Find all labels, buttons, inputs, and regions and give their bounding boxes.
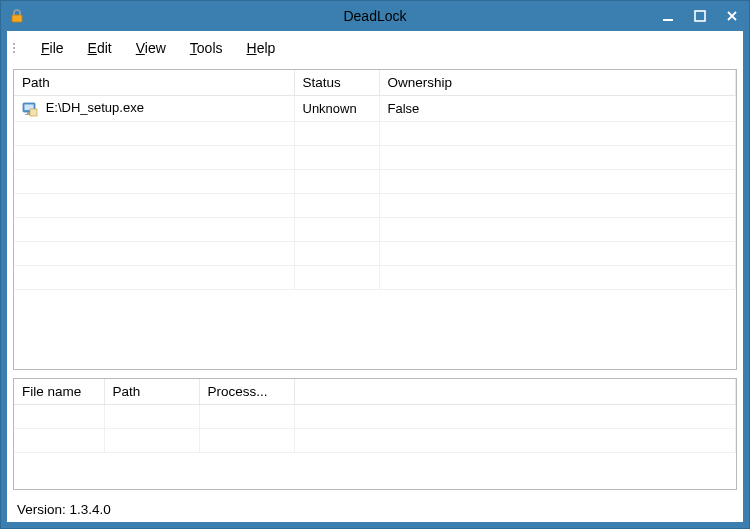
cell-status: Unknown bbox=[294, 96, 379, 122]
menu-file[interactable]: File bbox=[29, 34, 76, 62]
col-spare[interactable] bbox=[294, 379, 736, 405]
menu-view[interactable]: View bbox=[124, 34, 178, 62]
menubar[interactable]: File Edit View Tools Help bbox=[7, 31, 743, 65]
svg-rect-0 bbox=[12, 15, 22, 22]
toolbar-grip-icon bbox=[13, 38, 23, 58]
app-lock-icon bbox=[9, 8, 25, 24]
table-row[interactable]: . bbox=[14, 405, 736, 429]
titlebar[interactable]: DeadLock bbox=[1, 1, 749, 31]
table-row[interactable]: . bbox=[14, 429, 736, 453]
content-area: Path Status Ownership bbox=[7, 65, 743, 496]
app-window: DeadLock File Edit View Tools Help bbox=[0, 0, 750, 529]
col-process[interactable]: Process... bbox=[199, 379, 294, 405]
svg-rect-2 bbox=[695, 11, 705, 21]
processes-grid[interactable]: File name Path Process... . . bbox=[13, 378, 737, 490]
table-row[interactable]: . bbox=[14, 145, 736, 169]
col-path[interactable]: Path bbox=[14, 70, 294, 96]
col-path2[interactable]: Path bbox=[104, 379, 199, 405]
table-row[interactable]: . bbox=[14, 217, 736, 241]
window-title: DeadLock bbox=[1, 8, 749, 24]
processes-grid-header[interactable]: File name Path Process... bbox=[14, 379, 736, 405]
client-area: File Edit View Tools Help Path Status Ow… bbox=[7, 31, 743, 522]
table-row[interactable]: . bbox=[14, 265, 736, 289]
col-ownership[interactable]: Ownership bbox=[379, 70, 736, 96]
table-row[interactable]: E:\DH_setup.exe Unknown False bbox=[14, 96, 736, 122]
table-row[interactable]: . bbox=[14, 169, 736, 193]
table-row[interactable]: . bbox=[14, 121, 736, 145]
installer-icon bbox=[22, 101, 38, 117]
cell-ownership: False bbox=[379, 96, 736, 122]
svg-rect-7 bbox=[30, 109, 37, 116]
files-grid-header[interactable]: Path Status Ownership bbox=[14, 70, 736, 96]
titlebar-controls bbox=[657, 1, 743, 31]
table-row[interactable]: . bbox=[14, 193, 736, 217]
minimize-button[interactable] bbox=[657, 6, 679, 26]
col-status[interactable]: Status bbox=[294, 70, 379, 96]
maximize-button[interactable] bbox=[689, 6, 711, 26]
statusbar: Version: 1.3.4.0 bbox=[7, 496, 743, 522]
files-grid[interactable]: Path Status Ownership bbox=[13, 69, 737, 370]
cell-path: E:\DH_setup.exe bbox=[46, 100, 144, 115]
menu-edit[interactable]: Edit bbox=[76, 34, 124, 62]
close-button[interactable] bbox=[721, 6, 743, 26]
svg-rect-1 bbox=[663, 19, 673, 21]
menu-help[interactable]: Help bbox=[235, 34, 288, 62]
menu-tools[interactable]: Tools bbox=[178, 34, 235, 62]
col-file-name[interactable]: File name bbox=[14, 379, 104, 405]
table-row[interactable]: . bbox=[14, 241, 736, 265]
version-label: Version: 1.3.4.0 bbox=[17, 502, 111, 517]
